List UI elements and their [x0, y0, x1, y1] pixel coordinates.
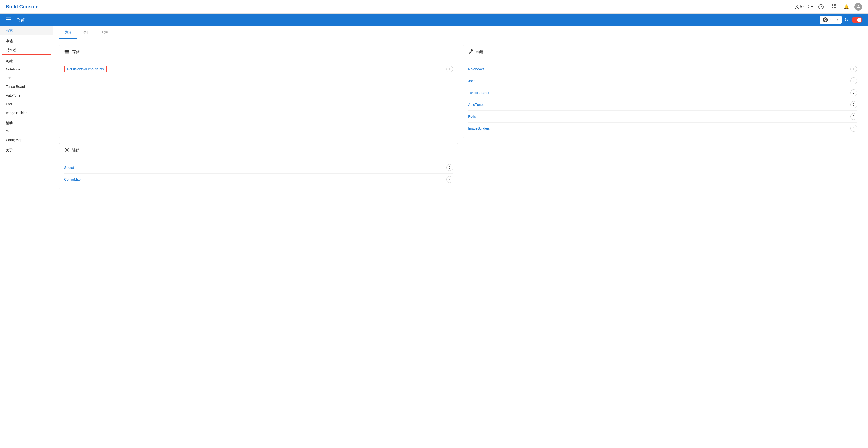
tabs-bar: 资源 事件 配额 — [53, 26, 868, 39]
sidebar-item-tensorboard[interactable]: TensorBoard — [0, 82, 53, 91]
aux-card-title: 辅助 — [72, 148, 80, 153]
sidebar-section-about: 关于 — [0, 144, 53, 154]
imagebuilders-row: ImageBuilders 0 — [468, 123, 857, 134]
sidebar-item-overview[interactable]: 总览 — [0, 26, 53, 35]
blue-header-left: 总览 — [6, 17, 25, 23]
secret-link[interactable]: Secret — [64, 166, 74, 169]
pods-badge: 3 — [850, 113, 857, 120]
namespace-label: demo — [830, 18, 838, 22]
pods-row: Pods 3 — [468, 111, 857, 123]
build-card-title: 构建 — [476, 50, 484, 55]
autotunes-link[interactable]: AutoTunes — [468, 103, 485, 106]
configmap-badge: 7 — [446, 176, 453, 183]
storage-card-body: PersistentVolumeClaims 1 — [59, 59, 458, 79]
pvc-link[interactable]: PersistentVolumeClaims — [64, 66, 107, 72]
autotunes-row: AutoTunes 0 — [468, 99, 857, 111]
tensorboards-link[interactable]: TensorBoards — [468, 91, 489, 95]
jobs-row: Jobs 2 — [468, 75, 857, 87]
aux-icon — [64, 147, 69, 154]
imagebuilders-link[interactable]: ImageBuilders — [468, 126, 490, 130]
refresh-icon: ↻ — [844, 17, 848, 23]
sidebar: 总览 存储 持久卷 构建 Notebook Job TensorBoard Au… — [0, 26, 53, 448]
sidebar-item-imagebuilder[interactable]: Image Builder — [0, 108, 53, 117]
sidebar-section-storage: 存储 — [0, 35, 53, 45]
namespace-icon — [823, 18, 828, 22]
configmap-link[interactable]: ConfigMap — [64, 178, 81, 181]
build-card: 构建 Notebooks 1 Jobs 2 TensorBoards 2 — [463, 44, 862, 138]
avatar-icon — [856, 4, 861, 9]
language-button[interactable]: 文A 中文 ▾ — [795, 4, 813, 10]
chevron-down-icon: ▾ — [811, 5, 813, 9]
configmap-row: ConfigMap 7 — [64, 173, 453, 185]
svg-rect-3 — [834, 6, 836, 8]
sidebar-overview-label: 总览 — [6, 29, 12, 32]
lang-label: 中文 — [803, 5, 810, 9]
sidebar-item-pv[interactable]: 持久卷 — [2, 45, 51, 55]
sidebar-item-pod[interactable]: Pod — [0, 100, 53, 108]
secret-row: Secret 0 — [64, 162, 453, 173]
svg-rect-1 — [834, 4, 836, 6]
storage-icon — [64, 49, 69, 55]
notifications-button[interactable]: 🔔 — [842, 2, 850, 11]
header-title: 总览 — [16, 17, 25, 23]
tab-quota[interactable]: 配额 — [96, 26, 114, 39]
help-icon: ? — [818, 4, 824, 9]
aux-card: 辅助 Secret 0 ConfigMap 7 — [59, 143, 458, 189]
build-card-header: 构建 — [463, 45, 862, 59]
notebooks-badge: 1 — [850, 66, 857, 72]
hamburger-button[interactable] — [6, 17, 11, 23]
tensorboards-row: TensorBoards 2 — [468, 87, 857, 99]
cards-grid: 存储 PersistentVolumeClaims 1 构建 — [53, 39, 868, 195]
help-button[interactable]: ? — [817, 2, 826, 11]
app-bar-right: 文A 中文 ▾ ? 🔔 — [795, 2, 862, 11]
secret-badge: 0 — [446, 164, 453, 171]
pvc-link-row: PersistentVolumeClaims 1 — [64, 63, 453, 75]
tab-resources[interactable]: 资源 — [59, 26, 78, 39]
blue-header-right: demo ↻ — [819, 16, 862, 24]
hamburger-icon — [6, 17, 11, 23]
toggle-switch[interactable] — [851, 17, 862, 23]
svg-rect-0 — [832, 4, 833, 6]
autotunes-badge: 0 — [850, 101, 857, 108]
sidebar-item-notebook[interactable]: Notebook — [0, 65, 53, 74]
grid-menu-button[interactable] — [829, 2, 838, 11]
aux-card-body: Secret 0 ConfigMap 7 — [59, 158, 458, 189]
tensorboards-badge: 2 — [850, 89, 857, 96]
svg-rect-2 — [832, 6, 833, 8]
bell-icon: 🔔 — [843, 4, 849, 9]
refresh-button[interactable]: ↻ — [844, 17, 848, 23]
grid-icon — [831, 4, 836, 10]
namespace-selector[interactable]: demo — [819, 16, 842, 24]
svg-rect-5 — [6, 18, 11, 18]
pvc-count-badge: 1 — [446, 66, 453, 72]
jobs-link[interactable]: Jobs — [468, 79, 475, 83]
sidebar-section-aux: 辅助 — [0, 117, 53, 127]
imagebuilders-badge: 0 — [850, 125, 857, 132]
svg-rect-7 — [6, 21, 11, 21]
svg-point-4 — [858, 5, 859, 6]
storage-card-header: 存储 — [59, 45, 458, 59]
app-bar: Build Console 文A 中文 ▾ ? 🔔 — [0, 0, 868, 13]
notebooks-link[interactable]: Notebooks — [468, 67, 485, 71]
svg-rect-11 — [65, 53, 69, 54]
pods-link[interactable]: Pods — [468, 115, 476, 119]
sidebar-item-configmap[interactable]: ConfigMap — [0, 136, 53, 144]
svg-rect-9 — [65, 50, 69, 51]
jobs-badge: 2 — [850, 77, 857, 84]
sidebar-item-autotune[interactable]: AutoTune — [0, 91, 53, 100]
build-card-body: Notebooks 1 Jobs 2 TensorBoards 2 AutoTu… — [463, 59, 862, 138]
avatar-button[interactable] — [855, 3, 862, 11]
blue-header: 总览 demo ↻ — [0, 13, 868, 26]
sidebar-item-secret[interactable]: Secret — [0, 127, 53, 136]
build-icon — [468, 49, 473, 55]
sidebar-item-job[interactable]: Job — [0, 74, 53, 82]
notebooks-row: Notebooks 1 — [468, 63, 857, 75]
tab-events[interactable]: 事件 — [78, 26, 96, 39]
storage-card-title: 存储 — [72, 50, 80, 55]
main-layout: 总览 存储 持久卷 构建 Notebook Job TensorBoard Au… — [0, 26, 868, 448]
translate-icon: 文A — [795, 4, 802, 10]
svg-rect-6 — [6, 19, 11, 20]
sidebar-pv-label: 持久卷 — [6, 48, 17, 52]
app-title: Build Console — [6, 4, 38, 9]
sidebar-section-build: 构建 — [0, 55, 53, 65]
